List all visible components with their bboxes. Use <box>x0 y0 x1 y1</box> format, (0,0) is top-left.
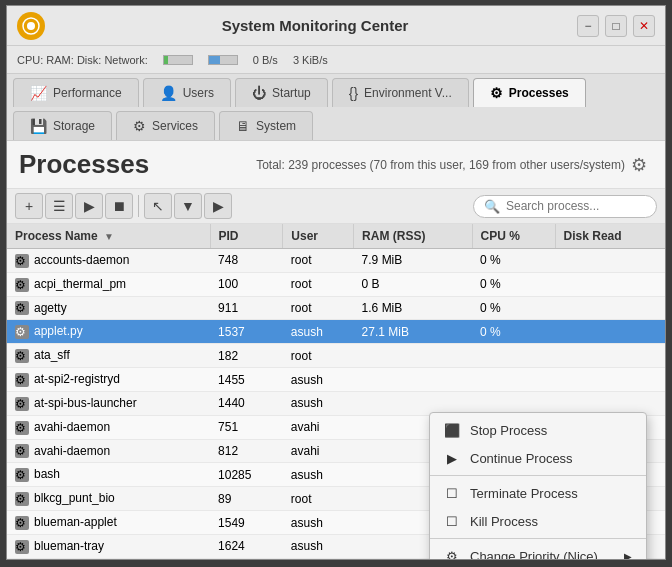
minimize-button[interactable]: − <box>577 15 599 37</box>
tab-performance-label: Performance <box>53 86 122 100</box>
tab-performance[interactable]: 📈 Performance <box>13 78 139 107</box>
tab-environment-label: Environment V... <box>364 86 452 100</box>
search-input[interactable] <box>506 199 646 213</box>
network-speed: 0 B/s <box>253 54 278 66</box>
process-icon: ⚙ <box>15 397 29 411</box>
search-box: 🔍 <box>473 195 657 218</box>
sort-arrow-icon: ▼ <box>104 231 114 242</box>
process-table-wrapper: Process Name ▼ PID User RAM (RSS) <box>7 224 665 559</box>
menu-item-terminate-process[interactable]: ☐ Terminate Process <box>430 479 646 507</box>
process-icon: ⚙ <box>15 444 29 458</box>
menu-item-continue-process[interactable]: ▶ Continue Process <box>430 444 646 472</box>
dropdown-button[interactable]: ▼ <box>174 193 202 219</box>
tab-users-label: Users <box>183 86 214 100</box>
menu-separator <box>430 475 646 476</box>
submenu-arrow-icon: ▶ <box>624 551 632 560</box>
processes-toolbar: + ☰ ▶ ⏹ ↖ ▼ ▶ 🔍 <box>7 189 665 224</box>
performance-icon: 📈 <box>30 85 47 101</box>
tab-startup-label: Startup <box>272 86 311 100</box>
list-view-button[interactable]: ☰ <box>45 193 73 219</box>
tab-processes-label: Processes <box>509 86 569 100</box>
table-row[interactable]: ⚙applet.py 1537 asush 27.1 MiB 0 % <box>7 320 665 344</box>
storage-icon: 💾 <box>30 118 47 134</box>
cpu-bar <box>163 55 193 65</box>
services-icon: ⚙ <box>133 118 146 134</box>
process-icon: ⚙ <box>15 540 29 554</box>
col-header-cpu[interactable]: CPU % <box>472 224 555 249</box>
menu-item-stop-process[interactable]: ⬛ Stop Process <box>430 416 646 444</box>
context-menu: ⬛ Stop Process ▶ Continue Process ☐ Term… <box>429 412 647 559</box>
col-header-user[interactable]: User <box>283 224 354 249</box>
resume-button[interactable]: ▶ <box>75 193 103 219</box>
process-icon: ⚙ <box>15 516 29 530</box>
tab-users[interactable]: 👤 Users <box>143 78 231 107</box>
tab-processes[interactable]: ⚙ Processes <box>473 78 586 107</box>
page-title: Processes <box>19 149 256 180</box>
tab-services[interactable]: ⚙ Services <box>116 111 215 140</box>
terminate-process-label: Terminate Process <box>470 486 578 501</box>
close-button[interactable]: ✕ <box>633 15 655 37</box>
disk-speed: 3 KiB/s <box>293 54 328 66</box>
col-header-process-name[interactable]: Process Name ▼ <box>7 224 210 249</box>
forward-button[interactable]: ▶ <box>204 193 232 219</box>
table-row[interactable]: ⚙accounts-daemon 748 root 7.9 MiB 0 % <box>7 249 665 273</box>
tab-system[interactable]: 🖥 System <box>219 111 313 140</box>
tab-system-label: System <box>256 119 296 133</box>
stop-button[interactable]: ⏹ <box>105 193 133 219</box>
kill-process-label: Kill Process <box>470 514 538 529</box>
process-icon: ⚙ <box>15 468 29 482</box>
processes-header: Processes Total: 239 processes (70 from … <box>7 141 665 189</box>
cursor-button[interactable]: ↖ <box>144 193 172 219</box>
tab-environment[interactable]: {} Environment V... <box>332 78 469 107</box>
kill-process-icon: ☐ <box>444 513 460 529</box>
resource-label: CPU: RAM: Disk: Network: <box>17 54 148 66</box>
menu-separator <box>430 538 646 539</box>
main-window: System Monitoring Center − □ ✕ CPU: RAM:… <box>6 5 666 560</box>
app-icon <box>17 12 45 40</box>
process-icon: ⚙ <box>15 278 29 292</box>
col-header-ram[interactable]: RAM (RSS) <box>354 224 472 249</box>
window-title: System Monitoring Center <box>53 17 577 34</box>
ram-bar <box>208 55 238 65</box>
stop-process-label: Stop Process <box>470 423 547 438</box>
menu-item-kill-process[interactable]: ☐ Kill Process <box>430 507 646 535</box>
stop-process-icon: ⬛ <box>444 422 460 438</box>
processes-settings-button[interactable]: ⚙ <box>625 151 653 179</box>
maximize-button[interactable]: □ <box>605 15 627 37</box>
resource-bar: CPU: RAM: Disk: Network: 0 B/s 3 KiB/s <box>7 46 665 74</box>
users-icon: 👤 <box>160 85 177 101</box>
titlebar: System Monitoring Center − □ ✕ <box>7 6 665 46</box>
tab-storage-label: Storage <box>53 119 95 133</box>
search-icon: 🔍 <box>484 199 500 214</box>
process-icon: ⚙ <box>15 325 29 339</box>
change-priority-label: Change Priority (Nice) <box>470 549 598 560</box>
window-controls: − □ ✕ <box>577 15 655 37</box>
startup-icon: ⏻ <box>252 85 266 101</box>
nav-tabs: 📈 Performance 👤 Users ⏻ Startup {} Envir… <box>7 74 665 141</box>
continue-process-label: Continue Process <box>470 451 573 466</box>
table-row[interactable]: ⚙at-spi2-registryd 1455 asush <box>7 368 665 392</box>
svg-point-1 <box>27 22 35 30</box>
environment-icon: {} <box>349 85 358 101</box>
toolbar-separator <box>138 195 139 217</box>
col-header-pid[interactable]: PID <box>210 224 283 249</box>
processes-icon: ⚙ <box>490 85 503 101</box>
process-icon: ⚙ <box>15 254 29 268</box>
process-icon: ⚙ <box>15 349 29 363</box>
change-priority-icon: ⚙ <box>444 548 460 559</box>
table-row[interactable]: ⚙acpi_thermal_pm 100 root 0 B 0 % <box>7 272 665 296</box>
process-icon: ⚙ <box>15 421 29 435</box>
tab-startup[interactable]: ⏻ Startup <box>235 78 328 107</box>
process-icon: ⚙ <box>15 301 29 315</box>
tab-storage[interactable]: 💾 Storage <box>13 111 112 140</box>
continue-process-icon: ▶ <box>444 450 460 466</box>
terminate-process-icon: ☐ <box>444 485 460 501</box>
process-icon: ⚙ <box>15 373 29 387</box>
tab-services-label: Services <box>152 119 198 133</box>
col-header-disk[interactable]: Disk Read <box>555 224 665 249</box>
table-row[interactable]: ⚙agetty 911 root 1.6 MiB 0 % <box>7 296 665 320</box>
table-row[interactable]: ⚙ata_sff 182 root <box>7 344 665 368</box>
menu-item-change-priority[interactable]: ⚙ Change Priority (Nice) ▶ <box>430 542 646 559</box>
process-count-info: Total: 239 processes (70 from this user,… <box>256 158 625 172</box>
add-process-button[interactable]: + <box>15 193 43 219</box>
